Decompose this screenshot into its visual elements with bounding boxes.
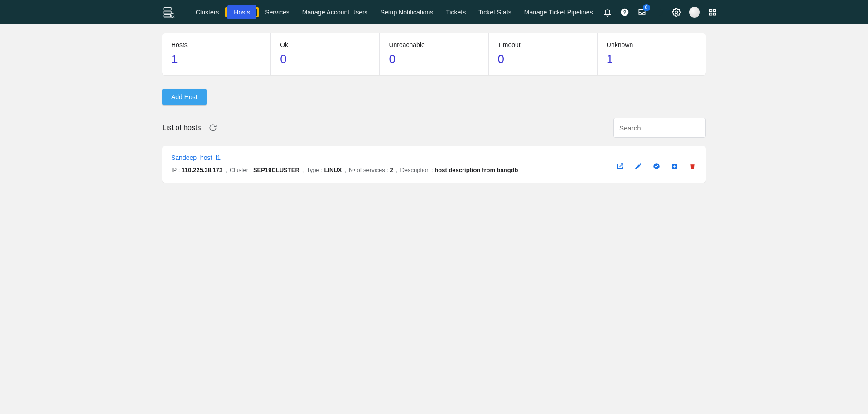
host-type: Type : LINUX [306,167,342,173]
list-header: List of hosts [162,118,706,138]
svg-rect-1 [164,11,171,14]
add-host-button[interactable]: Add Host [162,89,207,105]
nav-icon-tray: ? 0 [603,7,717,18]
svg-rect-0 [164,7,171,10]
nav-links: Clusters Hosts Services Manage Account U… [189,5,599,19]
stat-label: Hosts [171,41,261,48]
search-input[interactable] [619,124,705,132]
apps-grid-icon[interactable] [708,8,717,17]
bell-icon[interactable] [603,8,612,17]
stat-timeout: Timeout 0 [489,33,597,75]
stat-unknown: Unknown 1 [598,33,706,75]
meta-separator: , [225,167,227,173]
search-box[interactable] [613,118,706,138]
settings-icon[interactable] [672,8,681,17]
svg-text:?: ? [623,9,626,15]
stat-label: Ok [280,41,370,48]
stat-value: 1 [607,52,697,66]
inbox-badge: 0 [643,4,650,11]
nav-hosts[interactable]: Hosts [227,5,256,19]
svg-rect-9 [709,13,712,15]
nav-setup-notifications[interactable]: Setup Notifications [374,5,440,19]
host-description: Description : host description from bang… [400,167,518,173]
help-icon[interactable]: ? [620,8,629,17]
user-avatar[interactable] [689,7,700,18]
stat-value: 0 [498,52,588,66]
nav-ticket-stats[interactable]: Ticket Stats [472,5,518,19]
host-services: № of services : 2 [349,167,393,173]
svg-point-12 [653,163,660,169]
host-cluster: Cluster : SEP19CLUSTER [230,167,299,173]
svg-rect-7 [709,9,712,11]
stat-unreachable: Unreachable 0 [380,33,488,75]
stat-label: Unreachable [389,41,479,48]
meta-separator: , [344,167,346,173]
top-navbar: Clusters Hosts Services Manage Account U… [0,0,868,24]
host-actions [616,162,697,170]
delete-icon[interactable] [689,162,697,170]
stat-value: 1 [171,52,261,66]
nav-clusters[interactable]: Clusters [189,5,225,19]
svg-point-6 [675,11,677,13]
stat-ok: Ok 0 [271,33,379,75]
host-meta: IP : 110.225.38.173 , Cluster : SEP19CLU… [171,167,518,173]
meta-separator: , [396,167,398,173]
edit-icon[interactable] [634,162,642,170]
host-info: Sandeep_host_l1 IP : 110.225.38.173 , Cl… [171,154,518,173]
main-container: Hosts 1 Ok 0 Unreachable 0 Timeout 0 Unk… [162,24,706,192]
stat-value: 0 [389,52,479,66]
stat-label: Unknown [607,41,697,48]
stat-hosts: Hosts 1 [162,33,270,75]
host-name-link[interactable]: Sandeep_host_l1 [171,154,221,161]
stats-row: Hosts 1 Ok 0 Unreachable 0 Timeout 0 Unk… [162,33,706,75]
host-ip: IP : 110.225.38.173 [171,167,222,173]
host-card: Sandeep_host_l1 IP : 110.225.38.173 , Cl… [162,146,706,183]
stat-label: Timeout [498,41,588,48]
meta-separator: , [302,167,304,173]
list-title: List of hosts [162,124,201,132]
svg-rect-10 [713,13,715,15]
inbox-icon[interactable]: 0 [637,8,646,17]
nav-services[interactable]: Services [259,5,296,19]
app-logo-icon [162,6,175,19]
add-box-icon[interactable] [670,162,679,170]
nav-hosts-highlight: Hosts [225,7,259,17]
navbar-inner: Clusters Hosts Services Manage Account U… [162,5,706,19]
theme-toggle-icon[interactable] [655,8,664,17]
nav-manage-ticket-pipelines[interactable]: Manage Ticket Pipelines [518,5,599,19]
stat-value: 0 [280,52,370,66]
check-circle-icon[interactable] [652,162,661,170]
nav-tickets[interactable]: Tickets [439,5,472,19]
refresh-icon[interactable] [209,124,217,132]
svg-rect-8 [713,9,715,11]
list-title-wrap: List of hosts [162,124,217,132]
nav-manage-account-users[interactable]: Manage Account Users [296,5,374,19]
open-external-icon[interactable] [616,162,624,170]
